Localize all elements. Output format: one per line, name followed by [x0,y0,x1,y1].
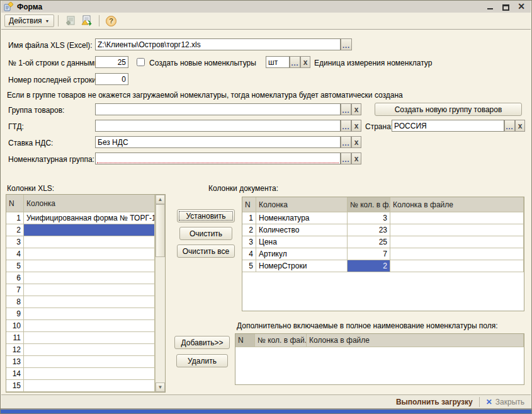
create-new-label[interactable]: Создать новые номенклытуры [149,59,256,67]
xls-column-cell[interactable] [24,332,155,344]
xls-column-cell[interactable] [24,356,155,368]
xls-column-cell[interactable] [24,368,155,380]
extra-header-filecol-num[interactable]: № кол. в фай... [255,334,307,347]
xls-column-cell[interactable] [24,380,155,392]
table-row[interactable]: 6 [6,272,155,284]
remove-button[interactable]: Удалить [176,354,228,367]
table-row[interactable]: 11 [6,332,155,344]
help-icon[interactable]: ? [104,14,119,27]
doc-header-filecol-num[interactable]: № кол. в ф... [348,197,390,212]
doc-header-n[interactable]: N [242,197,256,212]
country-browse-button[interactable]: ... [504,120,515,132]
doc-cell-filecol[interactable] [390,212,524,224]
xls-column-cell[interactable] [24,272,155,284]
country-input[interactable] [392,120,504,132]
restore-values-icon[interactable] [79,14,94,27]
nom-group-browse-button[interactable]: ... [341,152,351,164]
clear-button[interactable]: Очистить [179,227,232,240]
doc-cell-n[interactable]: 1 [242,212,256,224]
doc-header-col[interactable]: Колонка [256,197,348,212]
doc-cell-filecol-num[interactable]: 7 [348,248,390,260]
gtd-browse-button[interactable]: ... [341,120,351,132]
xls-scrollbar[interactable]: ▲ ▼ [155,195,165,392]
unit-input[interactable] [266,56,290,68]
doc-cell-name[interactable]: Количество [256,224,348,236]
run-load-button[interactable]: Выполнить загрузку [396,398,473,406]
actions-menu-button[interactable]: Действия ▼ [4,14,54,27]
group-clear-button[interactable]: x [351,103,361,115]
file-browse-button[interactable]: ... [341,38,352,50]
table-row[interactable]: 4Артикул7 [242,248,524,260]
doc-cell-filecol[interactable] [390,248,524,260]
doc-cell-filecol-num[interactable]: 23 [348,224,390,236]
nom-group-clear-button[interactable]: x [351,152,361,164]
create-new-checkbox[interactable] [137,58,145,66]
table-row[interactable]: 8 [6,296,155,308]
doc-cell-name[interactable]: НомерСтроки [256,260,348,272]
set-button[interactable]: Установить [177,209,235,222]
xls-column-cell[interactable] [24,236,155,248]
table-row[interactable]: 14 [6,368,155,380]
vat-browse-button[interactable]: ... [341,136,351,148]
close-window-button[interactable]: ✕ [517,3,526,11]
gtd-clear-button[interactable]: x [351,120,361,132]
first-row-input[interactable] [95,56,128,68]
table-row[interactable]: 1Номенклатура3 [242,212,524,224]
doc-cell-n[interactable]: 2 [242,224,256,236]
table-row[interactable]: 9 [6,308,155,320]
minimize-button[interactable] [485,3,494,11]
doc-cell-name[interactable]: Цена [256,236,348,248]
table-row[interactable]: 10 [6,320,155,332]
doc-header-filecol[interactable]: Колонка в файле [390,197,524,212]
doc-cell-filecol-num[interactable]: 2 [348,260,390,272]
table-row[interactable]: 13 [6,356,155,368]
unit-browse-button[interactable]: ... [290,56,300,68]
doc-cell-n[interactable]: 4 [242,248,256,260]
xls-header-n[interactable]: N [6,195,24,212]
file-input[interactable] [95,38,341,50]
xls-column-cell[interactable] [24,248,155,260]
xls-column-cell[interactable] [24,308,155,320]
last-row-input[interactable] [95,73,128,85]
save-values-icon[interactable] [63,14,78,27]
table-row[interactable]: 5НомерСтроки2 [242,260,524,272]
doc-cell-filecol-num[interactable]: 25 [348,236,390,248]
table-row[interactable]: 7 [6,284,155,296]
table-row[interactable]: 15 [6,380,155,392]
xls-column-cell[interactable] [24,320,155,332]
gtd-input[interactable] [95,120,341,132]
clear-all-button[interactable]: Очистить все [177,244,235,258]
scroll-thumb[interactable] [156,204,165,257]
xls-column-cell[interactable] [24,296,155,308]
xls-column-cell[interactable]: Унифицированная форма № ТОРГ-12 [24,212,155,224]
table-row[interactable]: 1Унифицированная форма № ТОРГ-12 [6,212,155,224]
table-row[interactable]: 2 [6,224,155,236]
xls-column-cell[interactable] [24,260,155,272]
xls-column-cell[interactable] [24,224,155,236]
country-clear-button[interactable]: x [515,120,525,132]
xls-header-col[interactable]: Колонка [24,195,155,212]
group-browse-button[interactable]: ... [341,103,351,115]
doc-cell-name[interactable]: Артикул [256,248,348,260]
nom-group-input[interactable] [95,152,341,164]
table-row[interactable]: 2Количество23 [242,224,524,236]
add-button[interactable]: Добавить>> [174,336,230,349]
group-input[interactable] [95,103,341,115]
vat-clear-button[interactable]: x [351,136,361,148]
scroll-down-icon[interactable]: ▼ [156,382,165,392]
doc-cell-filecol[interactable] [390,236,524,248]
scroll-up-icon[interactable]: ▲ [156,195,165,204]
create-group-button[interactable]: Создать новую группу товаров [375,103,522,116]
doc-cell-filecol[interactable] [390,224,524,236]
doc-cell-filecol[interactable] [390,260,524,272]
table-row[interactable]: 5 [6,260,155,272]
maximize-button[interactable] [501,3,510,11]
doc-cell-name[interactable]: Номенклатура [256,212,348,224]
doc-cell-filecol-num[interactable]: 3 [348,212,390,224]
doc-cell-n[interactable]: 5 [242,260,256,272]
vat-input[interactable] [95,136,341,148]
doc-cell-n[interactable]: 3 [242,236,256,248]
table-row[interactable]: 12 [6,344,155,356]
xls-column-cell[interactable] [24,284,155,296]
extra-header-filecol[interactable]: Колонка в файле [307,334,524,347]
